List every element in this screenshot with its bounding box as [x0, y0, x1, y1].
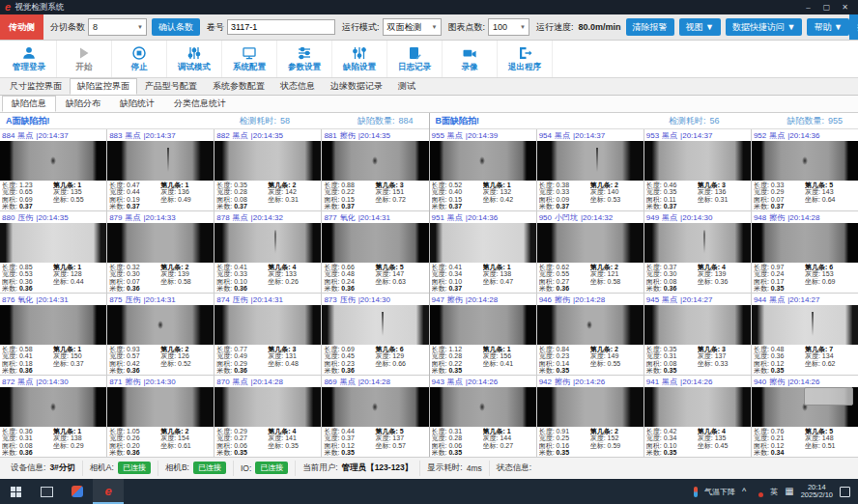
tab[interactable]: 缺陷信息 — [2, 96, 56, 112]
defect-image — [322, 387, 428, 427]
volume-icon[interactable] — [753, 488, 763, 496]
roll-number-input[interactable] — [227, 19, 335, 35]
slit-count-select[interactable]: 8▼ — [88, 18, 147, 36]
action-button[interactable]: 开始 — [57, 41, 112, 77]
defect-cell[interactable]: 953黑点|20:14:37 长度: 0.46 宽度: 0.35 面积: 0.1… — [644, 129, 751, 210]
defect-cell[interactable]: 946擦伤|20:14:28 长度: 0.84 宽度: 0.23 面积: 0.1… — [537, 294, 644, 375]
close-button[interactable]: ✕ — [837, 3, 853, 12]
window-title: 视觉检测系统 — [14, 2, 64, 14]
stop-icon — [131, 45, 147, 61]
defect-cell[interactable]: 877氧化|20:14:31 长度: 0.66 宽度: 0.48 面积: 0.2… — [322, 211, 428, 293]
taskbar-clock[interactable]: 20:14 2025/2/10 — [801, 484, 833, 500]
defect-measurements: 长度: 0.48 宽度: 0.36 面积: 0.12 米数: 0.35 第几条:… — [752, 345, 858, 375]
defect-cell[interactable]: 949黑点|20:14:30 长度: 0.37 宽度: 0.30 面积: 0.0… — [644, 211, 751, 293]
maximize-button[interactable]: ▢ — [818, 3, 835, 12]
tab[interactable]: 尺寸监控界面 — [2, 78, 70, 95]
chart-points-select[interactable]: 100▼ — [488, 18, 529, 36]
defect-cell[interactable]: 871擦伤|20:14:30 长度: 1.05 宽度: 0.26 面积: 0.2… — [107, 376, 214, 457]
taskbar-app-active[interactable]: e — [93, 479, 124, 504]
operator-side-button[interactable]: 操作侧 — [849, 14, 858, 40]
defect-cell[interactable]: 873压伤|20:14:30 长度: 0.69 宽度: 0.45 面积: 0.2… — [322, 294, 428, 375]
user-icon — [21, 45, 37, 61]
panel-side-b: B面缺陷拍! 检测耗时:56 缺陷数量:955 955黑点|20:14:39 长… — [429, 113, 858, 457]
tab[interactable]: 状态信息 — [272, 78, 323, 95]
defect-image — [214, 223, 321, 263]
defect-cell[interactable]: 869黑点|20:14:28 长度: 0.44 宽度: 0.37 面积: 0.1… — [322, 376, 428, 457]
language-indicator[interactable]: 英 — [770, 487, 778, 497]
tab[interactable]: 系统参数配置 — [205, 78, 272, 95]
tab[interactable]: 边缘数据记录 — [323, 78, 390, 95]
drive-side-button[interactable]: 传动侧 — [0, 14, 43, 40]
defect-cell[interactable]: 947擦伤|20:14:28 长度: 1.12 宽度: 0.28 面积: 0.2… — [430, 294, 536, 375]
thermometer-icon[interactable] — [694, 487, 698, 497]
camera-b-connected-badge: 已连接 — [193, 462, 226, 474]
run-mode-select[interactable]: 双面检测▼ — [383, 18, 442, 36]
defect-cell[interactable]: 955黑点|20:14:39 长度: 0.52 宽度: 0.40 面积: 0.1… — [430, 129, 536, 210]
tab[interactable]: 产品型号配置 — [137, 78, 205, 95]
defect-cell[interactable]: 950小凹坑|20:14:32 长度: 0.62 宽度: 0.55 面积: 0.… — [537, 211, 644, 293]
action-button[interactable]: 缺陷设置 — [332, 41, 387, 77]
tab[interactable]: 缺陷统计 — [110, 96, 164, 112]
defect-cell[interactable]: 870黑点|20:14:28 长度: 0.29 宽度: 0.27 面积: 0.0… — [214, 376, 321, 457]
defect-cell[interactable]: 943黑点|20:14:26 长度: 0.31 宽度: 0.28 面积: 0.0… — [430, 376, 536, 457]
defect-cell[interactable]: 881擦伤|20:14:35 长度: 0.88 宽度: 0.22 面积: 0.1… — [322, 129, 428, 210]
defect-cell[interactable]: 951黑点|20:14:36 长度: 0.41 宽度: 0.34 面积: 0.1… — [430, 211, 536, 293]
minimize-button[interactable]: – — [800, 3, 816, 12]
defect-cell-label: 955黑点|20:14:39 — [430, 129, 536, 141]
action-button[interactable]: 管理登录 — [2, 41, 57, 77]
taskbar-app-1[interactable] — [62, 479, 93, 504]
task-view-button[interactable] — [31, 479, 62, 504]
tray-expand-chevron[interactable]: ^ — [742, 487, 746, 496]
defect-cell[interactable]: 945黑点|20:14:27 长度: 0.35 宽度: 0.31 面积: 0.0… — [644, 294, 751, 375]
defect-cell[interactable]: 874压伤|20:14:31 长度: 0.77 宽度: 0.49 面积: 0.2… — [214, 294, 321, 375]
defect-image — [0, 305, 106, 345]
action-button[interactable]: 系统配置 — [222, 41, 277, 77]
keyboard-icon[interactable]: ▦ — [785, 487, 793, 496]
panel-b-defect-count: 缺陷数量:955 — [786, 115, 843, 127]
defect-cell-label: 877氧化|20:14:31 — [322, 211, 428, 223]
defect-cell[interactable]: 952黑点|20:14:36 长度: 0.33 宽度: 0.29 面积: 0.0… — [752, 129, 858, 210]
defect-image — [322, 141, 428, 181]
tab[interactable]: 分类信息统计 — [164, 96, 236, 112]
confirm-count-button[interactable]: 确认条数 — [152, 18, 200, 36]
defect-cell-label: 946擦伤|20:14:28 — [537, 294, 644, 305]
defect-cell[interactable]: 878黑点|20:14:32 长度: 0.41 宽度: 0.33 面积: 0.1… — [214, 211, 321, 293]
defect-cell[interactable]: 948擦伤|20:14:28 长度: 0.97 宽度: 0.24 面积: 0.1… — [752, 211, 858, 293]
action-button[interactable]: 日志记录 — [387, 41, 443, 77]
defect-cell[interactable]: 880压伤|20:14:35 长度: 0.85 宽度: 0.53 面积: 0.3… — [0, 211, 106, 293]
defect-measurements: 长度: 0.35 宽度: 0.31 面积: 0.08 米数: 0.35 第几条:… — [644, 345, 751, 375]
inspection-app-icon: e — [104, 485, 111, 497]
action-button[interactable]: 参数设置 — [277, 41, 332, 77]
defect-cell[interactable]: 882黑点|20:14:35 长度: 0.35 宽度: 0.28 面积: 0.0… — [214, 129, 321, 210]
defect-measurements: 长度: 0.88 宽度: 0.22 面积: 0.15 米数: 0.37 第几条:… — [322, 181, 428, 210]
action-button[interactable]: 退出程序 — [498, 41, 553, 77]
windows-taskbar: e 气温下降 ^ 英 ▦ 20:14 2025/2/10 — [0, 479, 858, 504]
toolbar-button[interactable]: 数据快捷访问 ▼ — [726, 18, 802, 36]
toolbar-button[interactable]: 视图 ▼ — [679, 18, 721, 36]
defect-cell[interactable]: 875压伤|20:14:31 长度: 0.93 宽度: 0.57 面积: 0.4… — [107, 294, 214, 375]
tab[interactable]: 缺陷监控界面 — [70, 78, 137, 95]
defect-measurements: 长度: 0.69 宽度: 0.45 面积: 0.23 米数: 0.36 第几条:… — [322, 345, 428, 375]
action-button[interactable]: 停止 — [112, 41, 167, 77]
defect-cell[interactable]: 941黑点|20:14:26 长度: 0.42 宽度: 0.34 面积: 0.1… — [644, 376, 751, 457]
defect-cell[interactable]: 883黑点|20:14:37 长度: 0.47 宽度: 0.44 面积: 0.1… — [107, 129, 214, 210]
defect-cell-label: 873压伤|20:14:30 — [322, 294, 428, 305]
weather-text[interactable]: 气温下降 — [704, 487, 735, 497]
defect-cell[interactable]: 876氧化|20:14:31 长度: 0.58 宽度: 0.41 面积: 0.1… — [0, 294, 106, 375]
tab[interactable]: 测试 — [390, 78, 423, 95]
action-button[interactable]: 录像 — [443, 41, 498, 77]
action-center-icon[interactable] — [840, 487, 850, 497]
defect-cell[interactable]: 954黑点|20:14:37 长度: 0.38 宽度: 0.33 面积: 0.0… — [537, 129, 644, 210]
defect-cell[interactable]: 884黑点|20:14:37 长度: 1.23 宽度: 0.65 面积: 0.6… — [0, 129, 106, 210]
defect-cell-label: 879黑点|20:14:33 — [107, 211, 214, 223]
toolbar-button[interactable]: 清除报警 — [626, 18, 674, 36]
defect-cell[interactable]: 944黑点|20:14:27 长度: 0.48 宽度: 0.36 面积: 0.1… — [752, 294, 858, 375]
defect-cell[interactable]: 879黑点|20:14:33 长度: 0.32 宽度: 0.30 面积: 0.0… — [107, 211, 214, 293]
toolbar-button[interactable]: 帮助 ▼ — [807, 18, 848, 36]
start-button[interactable] — [0, 479, 31, 504]
defect-cell[interactable]: 942擦伤|20:14:26 长度: 0.91 宽度: 0.25 面积: 0.1… — [537, 376, 644, 457]
tab[interactable]: 缺陷分布 — [56, 96, 110, 112]
action-button[interactable]: 调试模式 — [167, 41, 222, 77]
defect-measurements: 长度: 0.32 宽度: 0.30 面积: 0.07 米数: 0.36 第几条:… — [107, 263, 214, 293]
defect-cell[interactable]: 872黑点|20:14:30 长度: 0.36 宽度: 0.31 面积: 0.0… — [0, 376, 106, 457]
